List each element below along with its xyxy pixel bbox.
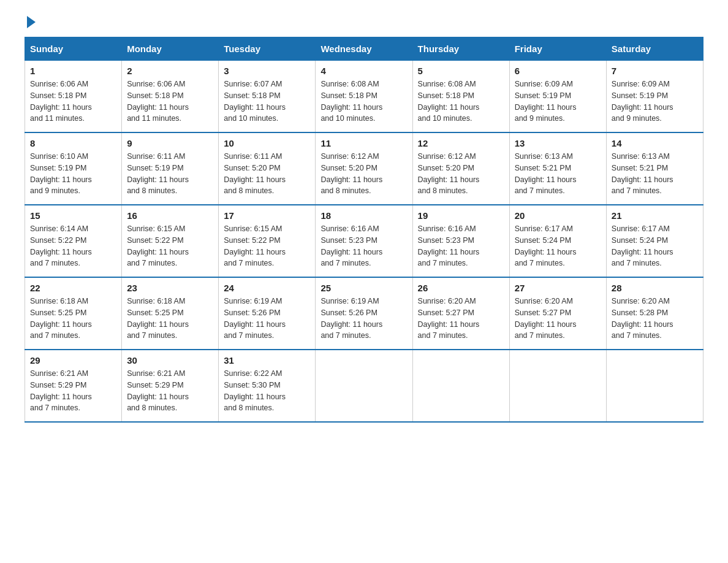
day-number: 20 — [515, 210, 601, 221]
weekday-header-row: SundayMondayTuesdayWednesdayThursdayFrid… — [25, 37, 703, 61]
day-number: 22 — [30, 283, 116, 293]
day-number: 26 — [418, 283, 504, 293]
calendar-cell: 20 Sunrise: 6:17 AMSunset: 5:24 PMDaylig… — [509, 205, 606, 277]
weekday-header-tuesday: Tuesday — [219, 37, 316, 61]
calendar-cell: 12 Sunrise: 6:12 AMSunset: 5:20 PMDaylig… — [412, 132, 509, 205]
day-info: Sunrise: 6:10 AMSunset: 5:19 PMDaylight:… — [30, 151, 116, 197]
day-number: 24 — [224, 283, 310, 293]
calendar-cell: 9 Sunrise: 6:11 AMSunset: 5:19 PMDayligh… — [122, 132, 219, 205]
calendar-cell — [412, 350, 509, 422]
calendar-cell: 11 Sunrise: 6:12 AMSunset: 5:20 PMDaylig… — [316, 132, 412, 205]
calendar-table: SundayMondayTuesdayWednesdayThursdayFrid… — [25, 37, 703, 423]
day-info: Sunrise: 6:20 AMSunset: 5:27 PMDaylight:… — [418, 296, 504, 342]
calendar-cell: 13 Sunrise: 6:13 AMSunset: 5:21 PMDaylig… — [509, 132, 606, 205]
day-info: Sunrise: 6:12 AMSunset: 5:20 PMDaylight:… — [320, 151, 407, 197]
day-number: 3 — [224, 66, 310, 76]
day-info: Sunrise: 6:22 AMSunset: 5:30 PMDaylight:… — [224, 368, 310, 414]
calendar-cell: 19 Sunrise: 6:16 AMSunset: 5:23 PMDaylig… — [412, 205, 509, 277]
day-info: Sunrise: 6:20 AMSunset: 5:28 PMDaylight:… — [612, 296, 698, 342]
day-number: 21 — [612, 210, 698, 221]
day-number: 5 — [418, 66, 504, 76]
day-number: 10 — [224, 138, 310, 148]
day-info: Sunrise: 6:06 AMSunset: 5:18 PMDaylight:… — [30, 79, 116, 124]
page-header — [25, 18, 703, 25]
calendar-cell: 24 Sunrise: 6:19 AMSunset: 5:26 PMDaylig… — [219, 277, 316, 350]
weekday-header-monday: Monday — [122, 37, 219, 61]
day-number: 8 — [30, 138, 116, 148]
calendar-cell: 17 Sunrise: 6:15 AMSunset: 5:22 PMDaylig… — [219, 205, 316, 277]
day-info: Sunrise: 6:19 AMSunset: 5:26 PMDaylight:… — [224, 296, 310, 342]
calendar-cell: 14 Sunrise: 6:13 AMSunset: 5:21 PMDaylig… — [606, 132, 703, 205]
calendar-week-row: 1 Sunrise: 6:06 AMSunset: 5:18 PMDayligh… — [25, 61, 703, 133]
day-number: 25 — [320, 283, 407, 293]
day-number: 31 — [224, 355, 310, 366]
calendar-cell: 23 Sunrise: 6:18 AMSunset: 5:25 PMDaylig… — [122, 277, 219, 350]
day-number: 12 — [418, 138, 504, 148]
calendar-cell: 6 Sunrise: 6:09 AMSunset: 5:19 PMDayligh… — [509, 61, 606, 133]
day-info: Sunrise: 6:08 AMSunset: 5:18 PMDaylight:… — [320, 79, 407, 124]
calendar-cell: 1 Sunrise: 6:06 AMSunset: 5:18 PMDayligh… — [25, 61, 122, 133]
calendar-cell: 29 Sunrise: 6:21 AMSunset: 5:29 PMDaylig… — [25, 350, 122, 422]
day-info: Sunrise: 6:18 AMSunset: 5:25 PMDaylight:… — [127, 296, 213, 342]
calendar-cell: 21 Sunrise: 6:17 AMSunset: 5:24 PMDaylig… — [606, 205, 703, 277]
day-number: 30 — [127, 355, 213, 366]
calendar-cell: 16 Sunrise: 6:15 AMSunset: 5:22 PMDaylig… — [122, 205, 219, 277]
calendar-cell: 7 Sunrise: 6:09 AMSunset: 5:19 PMDayligh… — [606, 61, 703, 133]
day-number: 27 — [515, 283, 601, 293]
logo — [25, 18, 36, 25]
weekday-header-friday: Friday — [509, 37, 606, 61]
day-number: 17 — [224, 210, 310, 221]
calendar-cell: 5 Sunrise: 6:08 AMSunset: 5:18 PMDayligh… — [412, 61, 509, 133]
day-number: 29 — [30, 355, 116, 366]
logo-arrow-icon — [27, 16, 36, 28]
calendar-week-row: 8 Sunrise: 6:10 AMSunset: 5:19 PMDayligh… — [25, 132, 703, 205]
day-number: 1 — [30, 66, 116, 76]
day-number: 7 — [612, 66, 698, 76]
day-number: 15 — [30, 210, 116, 221]
calendar-cell: 28 Sunrise: 6:20 AMSunset: 5:28 PMDaylig… — [606, 277, 703, 350]
calendar-cell: 30 Sunrise: 6:21 AMSunset: 5:29 PMDaylig… — [122, 350, 219, 422]
day-number: 11 — [320, 138, 407, 148]
day-number: 14 — [612, 138, 698, 148]
day-number: 6 — [515, 66, 601, 76]
calendar-cell: 26 Sunrise: 6:20 AMSunset: 5:27 PMDaylig… — [412, 277, 509, 350]
day-info: Sunrise: 6:17 AMSunset: 5:24 PMDaylight:… — [515, 223, 601, 269]
day-info: Sunrise: 6:17 AMSunset: 5:24 PMDaylight:… — [612, 223, 698, 269]
calendar-cell: 25 Sunrise: 6:19 AMSunset: 5:26 PMDaylig… — [316, 277, 412, 350]
day-info: Sunrise: 6:16 AMSunset: 5:23 PMDaylight:… — [418, 223, 504, 269]
weekday-header-sunday: Sunday — [25, 37, 122, 61]
day-info: Sunrise: 6:21 AMSunset: 5:29 PMDaylight:… — [127, 368, 213, 414]
day-info: Sunrise: 6:16 AMSunset: 5:23 PMDaylight:… — [320, 223, 407, 269]
calendar-cell: 18 Sunrise: 6:16 AMSunset: 5:23 PMDaylig… — [316, 205, 412, 277]
day-info: Sunrise: 6:13 AMSunset: 5:21 PMDaylight:… — [612, 151, 698, 197]
day-info: Sunrise: 6:13 AMSunset: 5:21 PMDaylight:… — [515, 151, 601, 197]
day-info: Sunrise: 6:11 AMSunset: 5:20 PMDaylight:… — [224, 151, 310, 197]
day-number: 19 — [418, 210, 504, 221]
calendar-cell — [606, 350, 703, 422]
calendar-cell: 2 Sunrise: 6:06 AMSunset: 5:18 PMDayligh… — [122, 61, 219, 133]
day-info: Sunrise: 6:07 AMSunset: 5:18 PMDaylight:… — [224, 79, 310, 124]
calendar-cell: 10 Sunrise: 6:11 AMSunset: 5:20 PMDaylig… — [219, 132, 316, 205]
day-info: Sunrise: 6:12 AMSunset: 5:20 PMDaylight:… — [418, 151, 504, 197]
day-number: 2 — [127, 66, 213, 76]
calendar-week-row: 29 Sunrise: 6:21 AMSunset: 5:29 PMDaylig… — [25, 350, 703, 422]
day-number: 4 — [320, 66, 407, 76]
weekday-header-saturday: Saturday — [606, 37, 703, 61]
day-info: Sunrise: 6:18 AMSunset: 5:25 PMDaylight:… — [30, 296, 116, 342]
day-info: Sunrise: 6:09 AMSunset: 5:19 PMDaylight:… — [515, 79, 601, 124]
day-info: Sunrise: 6:19 AMSunset: 5:26 PMDaylight:… — [320, 296, 407, 342]
day-number: 13 — [515, 138, 601, 148]
day-number: 16 — [127, 210, 213, 221]
calendar-cell: 4 Sunrise: 6:08 AMSunset: 5:18 PMDayligh… — [316, 61, 412, 133]
weekday-header-wednesday: Wednesday — [316, 37, 412, 61]
day-number: 18 — [320, 210, 407, 221]
calendar-cell: 15 Sunrise: 6:14 AMSunset: 5:22 PMDaylig… — [25, 205, 122, 277]
calendar-cell: 27 Sunrise: 6:20 AMSunset: 5:27 PMDaylig… — [509, 277, 606, 350]
day-info: Sunrise: 6:21 AMSunset: 5:29 PMDaylight:… — [30, 368, 116, 414]
day-info: Sunrise: 6:14 AMSunset: 5:22 PMDaylight:… — [30, 223, 116, 269]
day-info: Sunrise: 6:08 AMSunset: 5:18 PMDaylight:… — [418, 79, 504, 124]
calendar-cell — [509, 350, 606, 422]
day-number: 9 — [127, 138, 213, 148]
day-info: Sunrise: 6:20 AMSunset: 5:27 PMDaylight:… — [515, 296, 601, 342]
day-number: 23 — [127, 283, 213, 293]
